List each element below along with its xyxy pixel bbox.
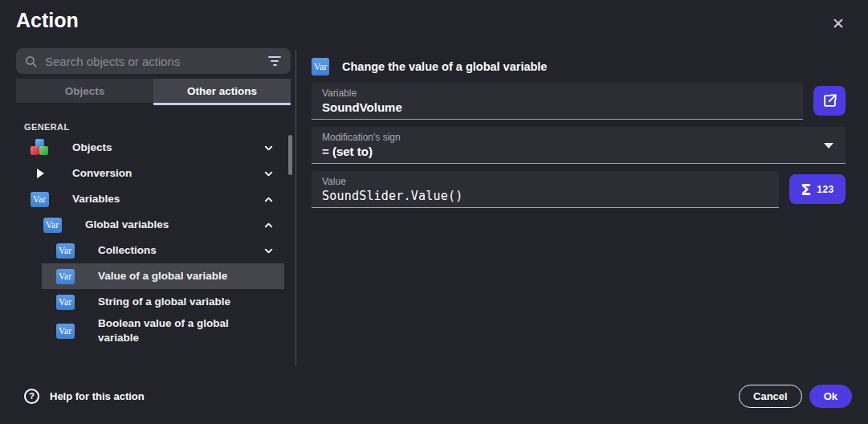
chevron-down-icon[interactable] xyxy=(258,142,275,154)
tree-item-global-variables[interactable]: VarGlobal variables xyxy=(29,212,284,238)
chevron-down-icon[interactable] xyxy=(258,245,275,257)
tree-item-label: Value of a global variable xyxy=(98,269,227,283)
editor-panel: Var Change the value of a global variabl… xyxy=(312,58,846,208)
tab-other-actions[interactable]: Other actions xyxy=(153,79,291,103)
chevron-down-icon[interactable] xyxy=(258,168,275,180)
help-question-icon: ? xyxy=(24,389,39,404)
left-panel: Objects Other actions GENERAL ObjectsCon… xyxy=(16,48,291,366)
tree-item-label: Objects xyxy=(72,141,112,155)
tree-item-conversion[interactable]: Conversion xyxy=(16,161,284,186)
chevron-up-icon[interactable] xyxy=(258,219,275,231)
tab-objects[interactable]: Objects xyxy=(16,79,153,103)
search-bar xyxy=(16,48,291,74)
numeric-123-label: 123 xyxy=(817,184,834,195)
open-variable-editor-button[interactable] xyxy=(813,86,846,116)
tree-item-label: Conversion xyxy=(72,166,132,181)
dialog-title: Action xyxy=(16,9,79,32)
editor-header: Var Change the value of a global variabl… xyxy=(312,58,846,75)
action-dialog: Action ✕ Objects Other actions GENERAL O… xyxy=(0,0,868,424)
close-icon[interactable]: ✕ xyxy=(828,13,849,34)
dialog-footer: ? Help for this action Cancel Ok xyxy=(0,368,868,424)
action-tree: ObjectsConversionVarVariablesVarGlobal v… xyxy=(16,135,291,347)
sigma-icon: Σ xyxy=(801,181,811,198)
variable-input[interactable] xyxy=(322,100,793,114)
var-icon: Var xyxy=(30,192,49,207)
tree-item-objects[interactable]: Objects xyxy=(16,135,284,161)
value-field-label: Value xyxy=(322,176,768,187)
dropdown-arrow-icon xyxy=(824,143,833,149)
tree-item-label: Collections xyxy=(98,243,157,258)
tree-item-label: Variables xyxy=(72,192,120,206)
play-triangle-icon xyxy=(30,169,49,178)
ok-button[interactable]: Ok xyxy=(809,385,852,408)
expression-builder-button[interactable]: Σ 123 xyxy=(789,174,846,204)
tree-item-label: String of a global variable xyxy=(98,295,230,309)
value-field-row: Value Σ 123 xyxy=(312,171,846,208)
tree-item-string-of-a-global-variable[interactable]: VarString of a global variable xyxy=(42,289,284,315)
var-icon: Var xyxy=(55,324,75,339)
value-expression-input[interactable] xyxy=(322,189,768,203)
filter-icon[interactable] xyxy=(267,53,283,69)
open-in-new-icon xyxy=(822,93,837,108)
scrollbar-thumb[interactable] xyxy=(288,135,292,175)
editor-title: Change the value of a global variable xyxy=(342,60,547,73)
sign-field-row: Modification's sign = (set to) xyxy=(312,127,846,164)
tree-item-label: Global variables xyxy=(85,218,169,232)
sign-field-value: = (set to) xyxy=(322,145,835,158)
search-icon xyxy=(24,55,38,68)
sign-field-label: Modification's sign xyxy=(322,132,835,143)
cancel-button[interactable]: Cancel xyxy=(739,385,802,408)
tree-item-boolean-value-of-a-global-variable[interactable]: VarBoolean value of a global variable xyxy=(42,315,284,347)
panel-divider xyxy=(295,50,296,365)
tree-item-variables[interactable]: VarVariables xyxy=(16,186,284,212)
chevron-up-icon[interactable] xyxy=(258,194,275,206)
help-label: Help for this action xyxy=(50,390,145,402)
tab-bar: Objects Other actions xyxy=(16,79,291,103)
tree-item-collections[interactable]: VarCollections xyxy=(42,238,284,263)
footer-buttons: Cancel Ok xyxy=(739,385,852,408)
var-icon: Var xyxy=(55,243,75,259)
var-icon: Var xyxy=(43,218,62,233)
tree-section-label: GENERAL xyxy=(24,122,291,132)
var-icon: Var xyxy=(55,269,75,284)
objects-cubes-icon xyxy=(30,139,49,157)
tree-item-value-of-a-global-variable[interactable]: VarValue of a global variable xyxy=(42,263,284,289)
search-input[interactable] xyxy=(45,55,267,68)
variable-field-label: Variable xyxy=(322,88,793,99)
var-icon: Var xyxy=(55,295,75,310)
var-icon: Var xyxy=(312,58,329,75)
tree-item-label: Boolean value of a global variable xyxy=(98,316,244,345)
modification-sign-select[interactable]: Modification's sign = (set to) xyxy=(312,127,846,164)
value-field: Value xyxy=(312,171,779,208)
help-link[interactable]: ? Help for this action xyxy=(24,389,145,404)
variable-field-row: Variable xyxy=(312,83,846,120)
variable-field: Variable xyxy=(312,83,803,120)
